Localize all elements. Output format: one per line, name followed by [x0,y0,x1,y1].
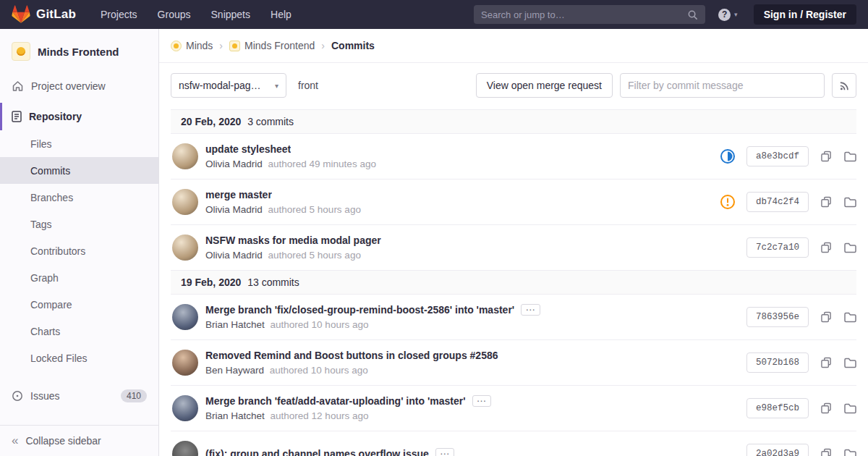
commit-title-link[interactable]: Merge branch 'fix/closed-group-remind-bo… [205,304,514,316]
ellipsis-icon: … [477,393,488,403]
expand-commit-message-button[interactable]: … [435,448,455,456]
author-avatar[interactable] [172,143,198,169]
commits-feed-button[interactable] [832,73,856,98]
commit-sha[interactable]: 2a02d3a9 [746,444,809,456]
commit-row: Merge branch 'feat/add-avatar-uploading'… [171,386,856,431]
group-avatar-icon [171,41,182,51]
help-dropdown[interactable]: ? ▾ [718,9,738,21]
commit-actions: 5072b168 [720,352,856,373]
gitlab-home-link[interactable]: GitLab [12,5,76,24]
expand-commit-message-button[interactable]: … [472,395,492,407]
commit-time: authored 10 hours ago [271,319,369,330]
pipeline-status-running-icon[interactable] [720,148,736,164]
author-avatar[interactable] [172,395,198,421]
commit-author-link[interactable]: Ben Hayward [205,365,264,376]
copy-sha-button[interactable] [821,242,832,253]
copy-icon [821,357,832,368]
breadcrumb-project-link[interactable]: Minds Frontend [244,40,315,51]
commit-sha[interactable]: e98ef5cb [746,398,809,418]
sidebar-item-repository[interactable]: Repository [0,103,158,130]
commit-actions: db74c2f4 [720,192,856,212]
breadcrumb-separator-icon: › [219,40,223,51]
sign-in-button[interactable]: Sign in / Register [754,4,856,25]
sidebar-item-tags[interactable]: Tags [0,211,158,237]
commit-filter-input[interactable] [620,73,825,98]
browse-files-button[interactable] [844,358,856,368]
browse-files-button[interactable] [844,242,856,253]
copy-icon [821,402,832,414]
branch-selector-dropdown[interactable]: nsfw-modal-pag… ▾ [171,73,286,98]
sidebar-item-issues[interactable]: Issues 410 [0,381,158,410]
sidebar-item-commits[interactable]: Commits [0,157,158,184]
breadcrumb: Minds › Minds Frontend › Commits [159,29,868,63]
copy-sha-button[interactable] [821,151,832,162]
commit-author-link[interactable]: Olivia Madrid [205,250,263,261]
project-sidebar: Minds Frontend Project overview Reposito… [0,29,159,456]
author-avatar[interactable] [172,350,198,376]
sidebar-item-graph[interactable]: Graph [0,264,158,291]
commit-title-link[interactable]: Removed Remind and Boost buttons in clos… [205,350,498,361]
commit-sha[interactable]: db74c2f4 [746,192,809,212]
date-label: 20 Feb, 2020 [181,116,241,127]
commit-row: Merge branch 'fix/closed-group-remind-bo… [171,295,856,340]
sidebar-item-contributors[interactable]: Contributors [0,237,158,264]
view-open-merge-request-button[interactable]: View open merge request [476,73,613,98]
sidebar-item-charts[interactable]: Charts [0,318,158,345]
browse-files-button[interactable] [844,151,856,162]
commit-author-link[interactable]: Olivia Madrid [205,204,263,215]
sidebar-item-locked-files[interactable]: Locked Files [0,345,158,371]
collapse-sidebar-button[interactable]: « Collapse sidebar [0,425,158,456]
commit-author-link[interactable]: Olivia Madrid [205,159,263,169]
expand-commit-message-button[interactable]: … [521,304,540,316]
commit-author-link[interactable]: Brian Hatchet [205,410,265,421]
commit-title-link[interactable]: merge master [205,189,272,200]
sidebar-item-project-overview[interactable]: Project overview [0,72,158,100]
minds-dot-icon [174,43,179,48]
global-search-box[interactable] [474,5,705,24]
copy-icon [821,448,832,456]
browse-files-button[interactable] [844,197,856,208]
folder-icon [844,197,856,208]
copy-sha-button[interactable] [821,402,832,414]
nav-snippets[interactable]: Snippets [211,9,250,20]
copy-sha-button[interactable] [821,357,832,368]
commit-info: update stylesheet Olivia Madrid authored… [205,143,711,169]
sidebar-item-branches[interactable]: Branches [0,184,158,211]
sidebar-item-files[interactable]: Files [0,130,158,157]
sidebar-item-label: Repository [29,111,82,122]
copy-sha-button[interactable] [821,311,832,323]
home-icon [12,80,24,92]
commit-sha[interactable]: 7c2c7a10 [746,237,809,258]
commit-title-link[interactable]: (fix): group and channel names overflow … [205,448,429,456]
copy-sha-button[interactable] [821,448,832,456]
commit-sha[interactable]: 5072b168 [746,352,809,373]
commit-title-link[interactable]: NSFW masks for media modal pager [205,235,381,246]
commit-date-header: 20 Feb, 2020 3 commits [171,109,856,134]
author-avatar[interactable] [172,304,198,330]
project-header-link[interactable]: Minds Frontend [0,29,158,72]
breadcrumb-current-page: Commits [331,40,375,51]
author-avatar[interactable] [172,441,198,456]
author-avatar[interactable] [172,235,198,261]
commit-title-link[interactable]: Merge branch 'feat/add-avatar-uploading'… [205,395,466,407]
commit-sha[interactable]: a8e3bcdf [746,146,809,166]
breadcrumb-group-link[interactable]: Minds [186,40,213,51]
author-avatar[interactable] [172,189,198,215]
commit-row: NSFW masks for media modal pager Olivia … [171,225,856,271]
nav-groups[interactable]: Groups [158,9,191,20]
sidebar-item-compare[interactable]: Compare [0,291,158,318]
browse-files-button[interactable] [844,403,856,414]
search-input[interactable] [481,9,687,20]
nav-help[interactable]: Help [271,9,292,20]
pipeline-status-warning-icon[interactable] [720,194,736,210]
browse-files-button[interactable] [844,312,856,323]
commit-list: 20 Feb, 2020 3 commits update stylesheet… [171,109,856,456]
nav-projects[interactable]: Projects [101,9,137,20]
commit-title-link[interactable]: update stylesheet [205,143,291,155]
commit-author-link[interactable]: Brian Hatchet [205,319,265,330]
browse-files-button[interactable] [844,449,856,456]
copy-sha-button[interactable] [821,196,832,208]
commit-sha[interactable]: 7863956e [746,307,809,327]
commit-info: NSFW masks for media modal pager Olivia … [205,235,711,261]
commit-info: Merge branch 'fix/closed-group-remind-bo… [205,304,711,330]
